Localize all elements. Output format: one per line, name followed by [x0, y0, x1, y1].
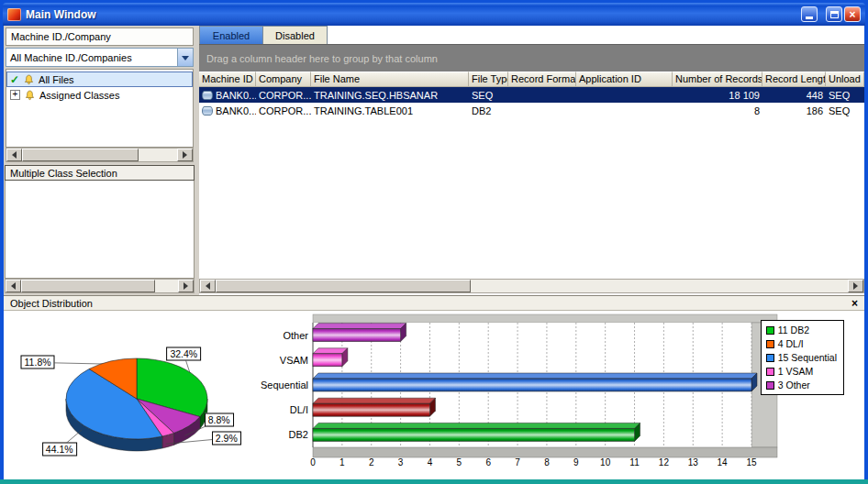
- main-area: Machine ID./Company All Machine ID./Comp…: [4, 26, 864, 295]
- scrollbar-thumb[interactable]: [21, 280, 155, 292]
- combobox-dropdown-button[interactable]: [177, 49, 193, 66]
- bar-body: [313, 428, 635, 441]
- maximize-button[interactable]: [826, 6, 842, 22]
- column-header-file-name[interactable]: File Name: [311, 72, 469, 87]
- bar-body: [313, 329, 401, 342]
- panel-title: Object Distribution: [10, 298, 93, 309]
- bar-top-face: [313, 398, 435, 403]
- cell-file-name: TRAINING.TABLE001: [311, 103, 469, 118]
- category-label: VSAM: [280, 355, 308, 366]
- close-icon: ×: [849, 9, 855, 20]
- x-tick-label: 2: [369, 457, 374, 468]
- scroll-left-button[interactable]: [200, 280, 216, 292]
- pie-percent-label-dl-i: 11.8%: [21, 356, 55, 369]
- scrollbar-thumb[interactable]: [22, 148, 139, 161]
- object-distribution-panel: Object Distribution × 32.4%8.8%2.9%44.1%…: [4, 295, 864, 479]
- table-row[interactable]: BANK0...CORPOR...TRAINING.TABLE001DB2818…: [199, 103, 864, 118]
- chevron-down-icon: [182, 56, 189, 64]
- legend-item: 15 Sequential: [766, 352, 837, 363]
- scrollbar-track[interactable]: [22, 148, 177, 161]
- x-tick-label: 7: [515, 457, 520, 468]
- bar-sequential: Sequential: [261, 373, 757, 391]
- machine-company-combobox[interactable]: All Machine ID./Companies: [6, 48, 194, 67]
- category-label: DB2: [289, 429, 308, 440]
- x-tick-label: 10: [600, 457, 611, 468]
- cell-machine-id: BANK0...: [199, 87, 256, 103]
- scroll-right-button[interactable]: [848, 280, 863, 292]
- cell-machine-id: BANK0...: [199, 103, 256, 118]
- tree-item-assigned-classes[interactable]: + Assigned Classes: [6, 87, 193, 103]
- minimize-button[interactable]: [801, 6, 818, 22]
- title-bar: Main Window ×: [3, 3, 865, 26]
- category-label: Other: [283, 330, 308, 341]
- dataset-icon: [202, 106, 213, 116]
- scroll-left-button[interactable]: [6, 280, 21, 292]
- tree-item-label: Assigned Classes: [39, 90, 119, 101]
- minimize-icon: [806, 16, 813, 19]
- bar-top-face: [313, 324, 406, 329]
- column-header-record-length[interactable]: Record Length: [762, 72, 826, 87]
- pie-percent-label-vsam: 2.9%: [212, 432, 241, 446]
- bar-body: [313, 379, 751, 391]
- scroll-right-button[interactable]: [178, 280, 194, 292]
- legend-label: 3 Other: [778, 380, 810, 390]
- legend-label: 1 VSAM: [778, 366, 814, 377]
- class-horizontal-scrollbar[interactable]: [5, 279, 195, 293]
- scrollbar-track[interactable]: [216, 280, 848, 292]
- panel-close-icon[interactable]: ×: [851, 298, 858, 309]
- grid-body: BANK0...CORPOR...TRAINING.SEQ.HBSANARSEQ…: [199, 87, 864, 279]
- window-title: Main Window: [26, 8, 96, 21]
- x-tick-label: 12: [659, 457, 670, 468]
- scrollbar-track[interactable]: [21, 280, 178, 292]
- bar-body: [313, 403, 429, 416]
- tree-horizontal-scrollbar[interactable]: [6, 148, 194, 162]
- x-tick-label: 5: [457, 457, 462, 468]
- tree-item-all-files[interactable]: ✓ All Files: [6, 72, 193, 87]
- cell-application-id: [576, 103, 673, 118]
- cell-file-type: DB2: [469, 103, 508, 118]
- x-tick-label: 14: [718, 457, 729, 468]
- pie-chart: 32.4%8.8%2.9%44.1%11.8%: [4, 311, 279, 479]
- column-header-company[interactable]: Company: [256, 72, 311, 87]
- expand-plus-icon[interactable]: +: [10, 90, 20, 100]
- bar-db2: DB2: [289, 423, 640, 441]
- bar-dl-i: DL/I: [290, 398, 436, 416]
- left-panel: Machine ID./Company All Machine ID./Comp…: [4, 26, 199, 295]
- tree-item-label: All Files: [39, 74, 74, 85]
- cell-record-length: 448: [762, 87, 826, 103]
- column-header-file-type[interactable]: File Type: [469, 72, 508, 87]
- column-header-number-of-records[interactable]: Number of Records: [673, 72, 762, 87]
- table-row[interactable]: BANK0...CORPOR...TRAINING.SEQ.HBSANARSEQ…: [199, 87, 864, 103]
- x-tick-label: 6: [485, 457, 491, 468]
- column-header-record-format[interactable]: Record Format: [508, 72, 576, 87]
- column-header-application-id[interactable]: Application ID: [576, 72, 673, 87]
- bell-icon: [23, 73, 35, 86]
- x-tick-label: 3: [398, 457, 404, 468]
- bar-top-face: [313, 348, 348, 354]
- scrollbar-thumb[interactable]: [216, 280, 471, 292]
- legend-label: 4 DL/I: [778, 338, 804, 349]
- maximize-icon: [830, 11, 839, 18]
- group-by-bar[interactable]: Drag a column header here to group by th…: [199, 44, 864, 72]
- close-button[interactable]: ×: [844, 6, 861, 22]
- chart-area: 32.4%8.8%2.9%44.1%11.8% 0123456789101112…: [4, 311, 864, 479]
- x-tick-label: 13: [688, 457, 699, 468]
- object-distribution-header: Object Distribution ×: [4, 295, 864, 311]
- x-tick-label: 0: [310, 457, 316, 468]
- bell-icon: [24, 89, 36, 102]
- tab-disabled[interactable]: Disabled: [263, 26, 328, 44]
- file-tree: ✓ All Files + Assigned Classes: [6, 69, 194, 148]
- chart-legend: 11 DB24 DL/I15 Sequential1 VSAM3 Other: [761, 320, 844, 395]
- column-header-machine-id[interactable]: Machine ID: [199, 72, 256, 87]
- multiple-class-selection-panel[interactable]: [5, 181, 195, 279]
- grid-horizontal-scrollbar[interactable]: [199, 279, 864, 293]
- cell-unload: SEQ: [826, 103, 864, 118]
- combobox-value: All Machine ID./Companies: [10, 52, 132, 63]
- cell-record-length: 186: [762, 103, 826, 118]
- tab-enabled[interactable]: Enabled: [199, 26, 263, 44]
- scroll-left-button[interactable]: [6, 148, 22, 161]
- x-tick-label: 4: [428, 457, 433, 468]
- scroll-right-button[interactable]: [177, 148, 193, 161]
- column-header-unload[interactable]: Unload I...: [826, 72, 864, 87]
- bar-body: [313, 354, 342, 367]
